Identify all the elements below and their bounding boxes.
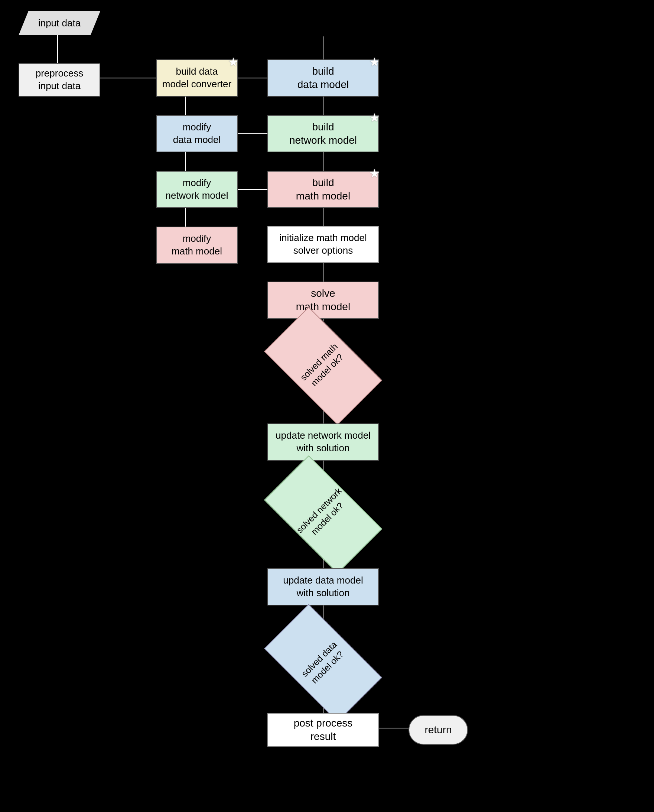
post-process-label: post process result <box>294 717 353 744</box>
initialize-math-model-label: initialize math model solver options <box>279 232 367 257</box>
build-network-model-node: build network model ★ <box>267 115 379 152</box>
solved-data-ok-label: solved data model ok? <box>299 639 348 688</box>
initialize-math-model-node: initialize math model solver options <box>267 226 379 263</box>
build-math-model-label: build math model <box>296 176 350 203</box>
solved-network-ok-node: solved network model ok? <box>264 456 382 573</box>
build-data-model-converter-label: build data model converter <box>162 66 231 91</box>
modify-network-model-node: modify network model <box>156 171 238 208</box>
modify-data-model-label: modify data model <box>173 121 221 146</box>
solved-math-ok-label: solved math model ok? <box>298 341 348 391</box>
update-network-model-label: update network model with solution <box>275 430 371 455</box>
star-icon-1: ★ <box>228 55 239 70</box>
return-label: return <box>425 723 452 737</box>
modify-network-model-label: modify network model <box>165 177 228 202</box>
modify-math-model-node: modify math model <box>156 226 238 264</box>
star-icon-3: ★ <box>369 110 380 126</box>
modify-data-model-node: modify data model <box>156 115 238 152</box>
build-network-model-label: build network model <box>289 120 357 147</box>
star-icon-2: ★ <box>369 55 380 70</box>
build-data-model-label: build data model <box>298 65 349 92</box>
preprocess-node: preprocess input data <box>18 63 100 96</box>
solve-math-model-label: solve math model <box>296 287 350 314</box>
input-data-node: input data <box>18 11 100 35</box>
solved-math-ok-node: solved math model ok? <box>264 307 382 425</box>
build-math-model-node: build math model ★ <box>267 171 379 208</box>
build-data-model-converter-node: build data model converter ★ <box>156 60 238 96</box>
solved-network-ok-label: solved network model ok? <box>294 485 352 543</box>
update-data-model-label: update data model with solution <box>283 574 363 599</box>
update-data-model-node: update data model with solution <box>267 568 379 606</box>
return-node: return <box>408 715 468 745</box>
build-data-model-node: build data model ★ <box>267 60 379 96</box>
update-network-model-node: update network model with solution <box>267 424 379 460</box>
post-process-node: post process result <box>267 713 379 746</box>
preprocess-label: preprocess input data <box>36 67 84 92</box>
star-icon-4: ★ <box>369 166 380 182</box>
solved-data-ok-node: solved data model ok? <box>264 604 382 722</box>
solve-math-model-node: solve math model <box>267 281 379 319</box>
modify-math-model-label: modify math model <box>171 232 222 258</box>
input-data-label: input data <box>38 17 81 30</box>
flowchart: input data preprocess input data build d… <box>0 0 654 812</box>
